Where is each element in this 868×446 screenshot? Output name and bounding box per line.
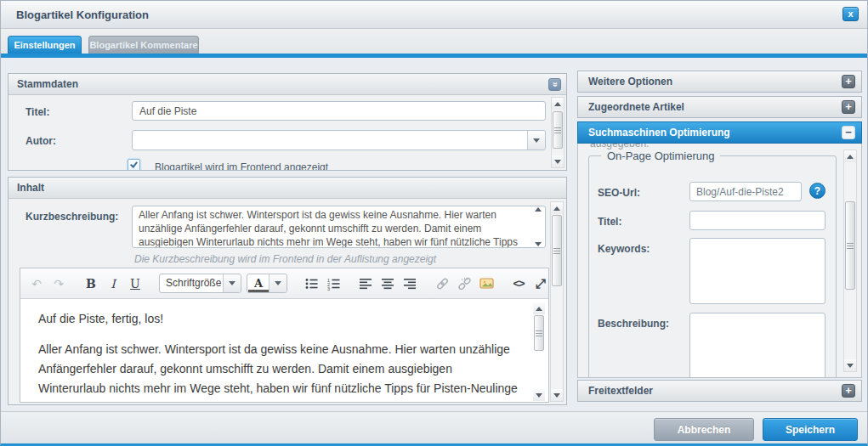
grip-icon (553, 248, 560, 254)
align-right-icon (404, 278, 417, 290)
scroll-down-button[interactable] (844, 359, 856, 371)
tab-bar: Einstellungen Blogartikel Kommentare (1, 29, 867, 54)
collapse-minus-icon[interactable]: − (842, 126, 855, 139)
cancel-button[interactable]: Abbrechen (654, 418, 754, 441)
titel-input[interactable] (132, 101, 546, 121)
kurzbeschreibung-textarea[interactable]: Aller Anfang ist schwer. Wintersport ist… (132, 206, 546, 248)
frontend-checkbox[interactable] (128, 159, 140, 170)
blog-config-window: Blogartikel Konfiguration x Einstellunge… (0, 0, 868, 446)
accordion-freitextfelder[interactable]: Freitextfelder + (577, 380, 862, 402)
accordion-zugeordnete-artikel[interactable]: Zugeordnete Artikel + (577, 96, 862, 118)
undo-button[interactable]: ↶ (26, 274, 47, 294)
autor-input[interactable] (133, 131, 527, 150)
editor-paragraph: Aller Anfang ist schwer. Wintersport ist… (38, 340, 519, 402)
seo-url-label: SEO-Url: (598, 187, 640, 199)
arrow-down-icon (536, 393, 542, 398)
image-button[interactable] (476, 274, 496, 294)
scroll-down-button[interactable] (551, 389, 563, 401)
autor-combobox[interactable] (132, 130, 546, 150)
help-icon[interactable]: ? (809, 183, 825, 199)
window-titlebar[interactable]: Blogartikel Konfiguration x (1, 1, 867, 29)
clipped-description-text: ausgegeben. (590, 144, 649, 150)
bullet-list-icon (304, 277, 318, 291)
grip-icon (536, 330, 542, 336)
arrow-up-icon (554, 102, 561, 106)
on-page-optimierung-fieldset: On-Page Optimierung SEO-Url: ? Titel: Ke… (588, 155, 837, 378)
seo-url-input[interactable] (689, 182, 802, 201)
tab-einstellungen[interactable]: Einstellungen (8, 36, 82, 54)
font-size-trigger[interactable] (223, 274, 241, 292)
seo-panel-body: ausgegeben. On-Page Optimierung SEO-Url:… (577, 144, 862, 378)
window-title: Blogartikel Konfiguration (16, 8, 149, 21)
scroll-down-button[interactable] (552, 155, 564, 167)
stammdaten-scrollbar[interactable] (551, 97, 564, 168)
scroll-thumb[interactable] (845, 201, 855, 290)
fieldset-legend: On-Page Optimierung (601, 150, 720, 162)
seo-titel-label: Titel: (598, 216, 621, 228)
source-code-button[interactable]: <> (508, 274, 529, 294)
grip-icon (554, 127, 561, 133)
fullscreen-button[interactable]: ⤢ (530, 274, 551, 294)
accordion-suchmaschinen-optimierung[interactable]: Suchmaschinen Optimierung − (577, 121, 862, 144)
collapse-icon[interactable]: « (548, 78, 561, 91)
unlink-button[interactable] (454, 274, 474, 294)
redo-button[interactable]: ↷ (48, 274, 69, 294)
close-button[interactable]: x (842, 7, 859, 21)
scroll-thumb[interactable] (553, 111, 563, 149)
align-center-button[interactable] (377, 274, 398, 294)
underline-button[interactable]: U (125, 274, 145, 294)
scroll-up-button[interactable] (551, 202, 563, 214)
keywords-textarea[interactable] (689, 238, 825, 304)
scroll-up-button[interactable] (844, 150, 856, 162)
scroll-up-button[interactable] (552, 98, 564, 110)
beschreibung-label: Beschreibung: (598, 318, 669, 330)
seo-titel-input[interactable] (689, 211, 825, 230)
scroll-down-button[interactable] (533, 389, 545, 401)
beschreibung-textarea[interactable] (689, 313, 825, 378)
scroll-thumb[interactable] (552, 215, 562, 286)
inhalt-scrollbar[interactable] (550, 201, 564, 402)
expand-plus-icon[interactable]: + (842, 100, 855, 114)
autor-label: Autor: (26, 135, 56, 147)
arrow-down-icon (847, 364, 854, 368)
accordion-label: Weitere Optionen (588, 76, 672, 88)
tab-blogartikel-kommentare[interactable]: Blogartikel Kommentare (88, 36, 199, 54)
arrow-down-icon (554, 160, 561, 164)
scroll-thumb[interactable] (534, 315, 544, 351)
arrow-up-icon (536, 307, 542, 311)
italic-button[interactable]: I (103, 274, 123, 294)
chevron-down-icon (275, 281, 281, 285)
font-size-select[interactable]: Schriftgröße (159, 274, 241, 293)
unlink-icon (457, 277, 472, 291)
autor-dropdown-trigger[interactable] (527, 131, 545, 150)
link-button[interactable] (432, 274, 452, 294)
expand-plus-icon[interactable]: + (842, 384, 855, 398)
kurzbeschreibung-hint: Die Kurzbeschreibung wird im Frontend in… (134, 253, 436, 265)
keywords-label: Keywords: (598, 243, 650, 255)
rich-text-editor: ↶ ↷ B I U Schriftgröße A (20, 268, 549, 403)
inhalt-header[interactable]: Inhalt (9, 178, 566, 199)
numbered-list-button[interactable]: 123 (323, 274, 343, 294)
stammdaten-header[interactable]: Stammdaten « (9, 74, 566, 95)
expand-plus-icon[interactable]: + (842, 75, 855, 88)
align-left-icon (360, 278, 372, 290)
font-color-button[interactable]: A (247, 274, 287, 293)
editor-content[interactable]: Auf die Piste, fertig, los! Aller Anfang… (20, 299, 548, 402)
checkmark-icon (130, 160, 138, 167)
editor-scrollbar[interactable] (533, 302, 547, 401)
arrow-up-icon (847, 155, 854, 159)
titel-label: Titel: (26, 106, 49, 118)
scroll-up-button[interactable] (533, 302, 545, 314)
align-right-button[interactable] (400, 274, 420, 294)
save-button[interactable]: Speichern (763, 418, 858, 441)
align-left-button[interactable] (355, 274, 376, 294)
font-color-icon: A (248, 275, 269, 292)
frontend-checkbox-label: Blogartikel wird im Frontend angezeigt (155, 161, 328, 170)
font-color-trigger[interactable] (269, 274, 286, 292)
bullet-list-button[interactable] (301, 274, 321, 294)
chevron-down-icon (229, 281, 235, 285)
bold-button[interactable]: B (81, 274, 101, 294)
kurzbeschreibung-scrollbar[interactable] (532, 207, 544, 246)
accordion-weitere-optionen[interactable]: Weitere Optionen + (577, 71, 862, 93)
seo-panel-scrollbar[interactable] (843, 150, 857, 372)
